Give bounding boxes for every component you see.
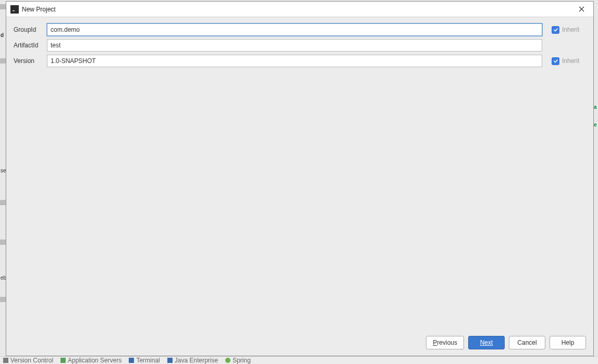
version-row: Version Inherit	[14, 55, 586, 67]
tab-app-servers[interactable]: Application Servers	[60, 357, 121, 364]
close-button[interactable]	[573, 2, 589, 17]
ide-left-gutter: d se eb	[0, 0, 6, 364]
help-button[interactable]: Help	[550, 336, 586, 349]
groupid-row: GroupId Inherit	[14, 23, 586, 36]
right-edge-marks: a e	[594, 104, 598, 135]
version-label: Version	[14, 57, 44, 65]
gutter-mark: d	[1, 32, 4, 38]
close-icon	[579, 6, 584, 12]
ide-bottom-toolbar: Version Control Application Servers Term…	[0, 356, 598, 364]
previous-button[interactable]: Previous	[426, 336, 464, 349]
check-icon	[553, 58, 558, 64]
previous-label-rest: revious	[437, 339, 457, 346]
tab-version-control[interactable]: Version Control	[3, 357, 53, 364]
dialog-content: GroupId Inherit ArtifactId Version	[6, 17, 593, 332]
tab-terminal[interactable]: Terminal	[129, 357, 160, 364]
gutter-mark: se	[1, 168, 6, 173]
tab-spring[interactable]: Spring	[225, 357, 251, 364]
groupid-inherit: Inherit	[552, 26, 586, 34]
dialog-title: New Project	[22, 6, 573, 13]
button-bar: Previous Next Cancel Help	[6, 332, 593, 356]
version-inherit: Inherit	[552, 57, 586, 65]
version-input[interactable]	[47, 55, 542, 67]
inherit-label: Inherit	[562, 26, 579, 33]
svg-rect-0	[12, 7, 17, 12]
groupid-label: GroupId	[14, 26, 44, 33]
tab-java-enterprise[interactable]: Java Enterprise	[167, 357, 218, 364]
cancel-button[interactable]: Cancel	[509, 336, 545, 349]
artifactid-input[interactable]	[47, 39, 542, 52]
artifactid-label: ArtifactId	[14, 42, 44, 49]
artifactid-row: ArtifactId	[14, 39, 586, 52]
new-project-dialog: New Project GroupId Inherit ArtifactId V…	[6, 1, 594, 356]
next-label: Next	[480, 339, 493, 346]
content-spacer	[14, 70, 586, 328]
version-inherit-checkbox[interactable]	[552, 57, 559, 65]
intellij-icon	[10, 5, 19, 14]
check-icon	[553, 27, 558, 32]
titlebar: New Project	[6, 2, 593, 17]
inherit-label: Inherit	[562, 57, 579, 65]
svg-rect-1	[13, 10, 15, 11]
next-button[interactable]: Next	[468, 336, 505, 349]
groupid-inherit-checkbox[interactable]	[552, 26, 559, 34]
groupid-input[interactable]	[47, 23, 542, 36]
